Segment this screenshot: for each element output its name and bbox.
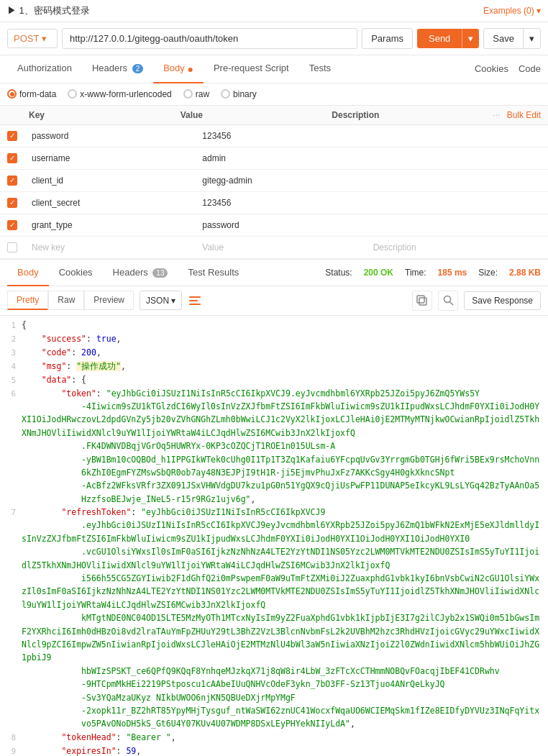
row-desc-2[interactable] bbox=[370, 179, 541, 182]
search-icon[interactable] bbox=[438, 291, 458, 311]
table-row-new: New key Value Description bbox=[0, 237, 548, 259]
table-row: client_id gitegg-admin bbox=[0, 170, 548, 192]
breadcrumb-bar: ▶ 1、密码模式登录 Examples (0) ▾ bbox=[0, 0, 548, 22]
urlencoded-option[interactable]: x-www-form-urlencoded bbox=[68, 89, 171, 99]
form-data-radio[interactable] bbox=[7, 89, 17, 99]
svg-rect-1 bbox=[189, 300, 198, 301]
size-value: 2.88 KB bbox=[509, 268, 541, 278]
code-line-5: 5 "data": { bbox=[0, 373, 548, 387]
format-bar: Pretty Raw Preview JSON ▾ Save Response bbox=[0, 286, 548, 316]
examples-link[interactable]: Examples (0) ▾ bbox=[483, 6, 541, 16]
save-label: Save bbox=[484, 29, 523, 48]
save-button[interactable]: Save ▾ bbox=[483, 28, 541, 49]
time-label: Time: bbox=[405, 268, 426, 278]
row-key-3[interactable]: client_secret bbox=[29, 196, 199, 209]
row-checkbox-new[interactable] bbox=[7, 242, 17, 252]
code-line-1: 1 { bbox=[0, 319, 548, 332]
save-response-button[interactable]: Save Response bbox=[464, 291, 541, 310]
row-checkbox-2[interactable] bbox=[7, 176, 17, 186]
row-value-1[interactable]: admin bbox=[199, 152, 370, 165]
format-actions: Save Response bbox=[412, 291, 541, 311]
format-icon bbox=[188, 293, 202, 308]
binary-label: binary bbox=[233, 89, 257, 99]
json-response-area[interactable]: 1 { 2 "success": true, 3 "code": 200, 4 … bbox=[0, 316, 548, 756]
svg-rect-2 bbox=[189, 304, 201, 305]
bulk-edit-btn[interactable]: Bulk Edit bbox=[507, 110, 541, 120]
breadcrumb: ▶ 1、密码模式登录 bbox=[7, 4, 90, 17]
code-link[interactable]: Code bbox=[519, 63, 541, 74]
raw-option[interactable]: raw bbox=[183, 89, 209, 99]
tab-tests[interactable]: Tests bbox=[299, 55, 341, 83]
row-key-0[interactable]: password bbox=[29, 129, 199, 142]
row-key-4[interactable]: grant_type bbox=[29, 219, 199, 232]
row-checkbox-1[interactable] bbox=[7, 153, 17, 163]
resp-tab-cookies[interactable]: Cookies bbox=[49, 260, 103, 286]
row-key-1[interactable]: username bbox=[29, 152, 199, 165]
row-desc-1[interactable] bbox=[370, 157, 541, 160]
copy-icon[interactable] bbox=[412, 291, 432, 311]
row-desc-new[interactable]: Description bbox=[370, 241, 541, 254]
form-data-option[interactable]: form-data bbox=[7, 89, 56, 99]
urlencoded-radio[interactable] bbox=[68, 89, 77, 99]
code-line-6: 6 "token": "eyJhbGci0iJSUzI1NiIsInR5cCI6… bbox=[0, 387, 548, 506]
url-bar: POST ▾ Params Send ▾ Save ▾ bbox=[0, 22, 548, 55]
row-desc-3[interactable] bbox=[370, 201, 541, 204]
fmt-tab-pretty[interactable]: Pretty bbox=[7, 291, 48, 310]
svg-rect-0 bbox=[189, 296, 201, 298]
resp-tab-headers[interactable]: Headers 13 bbox=[103, 260, 178, 286]
row-value-3[interactable]: 123456 bbox=[199, 196, 370, 209]
raw-radio[interactable] bbox=[183, 89, 193, 99]
svg-line-6 bbox=[449, 302, 453, 306]
col-value-header: Value bbox=[181, 110, 332, 120]
row-checkbox-0[interactable] bbox=[7, 131, 17, 141]
row-value-0[interactable]: 123456 bbox=[199, 129, 370, 142]
binary-option[interactable]: binary bbox=[221, 89, 257, 99]
form-table: Key Value Description ··· Bulk Edit pass… bbox=[0, 106, 548, 259]
send-chevron-icon[interactable]: ▾ bbox=[462, 29, 479, 48]
row-key-new[interactable]: New key bbox=[29, 241, 199, 254]
row-checkbox-3[interactable] bbox=[7, 198, 17, 208]
row-desc-0[interactable] bbox=[370, 135, 541, 137]
form-data-label: form-data bbox=[19, 89, 56, 99]
table-row: client_secret 123456 bbox=[0, 192, 548, 214]
response-tabs-bar: Body Cookies Headers 13 Test Results Sta… bbox=[0, 259, 548, 286]
fmt-tab-raw[interactable]: Raw bbox=[48, 291, 84, 310]
tab-body[interactable]: Body ● bbox=[153, 55, 204, 83]
code-line-8: 8 "tokenHead": "Bearer ", bbox=[0, 731, 548, 744]
row-value-new[interactable]: Value bbox=[199, 241, 370, 254]
code-line-4: 4 "msg": "操作成功", bbox=[0, 360, 548, 373]
url-input[interactable] bbox=[62, 28, 357, 49]
tab-pre-request[interactable]: Pre-request Script bbox=[204, 55, 299, 83]
row-key-2[interactable]: client_id bbox=[29, 174, 199, 187]
save-chevron-icon[interactable]: ▾ bbox=[523, 29, 540, 48]
params-button[interactable]: Params bbox=[362, 28, 413, 49]
send-button[interactable]: Send ▾ bbox=[417, 29, 479, 48]
send-label: Send bbox=[417, 29, 462, 48]
method-label: POST bbox=[14, 33, 39, 44]
row-value-4[interactable]: password bbox=[199, 219, 370, 232]
row-checkbox-4[interactable] bbox=[7, 220, 17, 230]
row-desc-4[interactable] bbox=[370, 224, 541, 227]
col-key-header: Key bbox=[29, 110, 181, 120]
cookies-link[interactable]: Cookies bbox=[475, 63, 508, 74]
format-tabs: Pretty Raw Preview JSON ▾ bbox=[7, 291, 202, 310]
tab-headers[interactable]: Headers 2 bbox=[82, 55, 153, 83]
format-select[interactable]: JSON ▾ bbox=[140, 291, 182, 310]
svg-point-5 bbox=[444, 296, 450, 303]
code-line-3: 3 "code": 200, bbox=[0, 346, 548, 360]
binary-radio[interactable] bbox=[221, 89, 230, 99]
resp-tab-body[interactable]: Body bbox=[7, 260, 49, 286]
fmt-tab-preview[interactable]: Preview bbox=[84, 291, 134, 310]
method-select[interactable]: POST ▾ bbox=[7, 29, 58, 48]
urlencoded-label: x-www-form-urlencoded bbox=[80, 89, 171, 99]
table-row: grant_type password bbox=[0, 214, 548, 237]
resp-tab-test-results[interactable]: Test Results bbox=[178, 260, 249, 286]
tab-authorization[interactable]: Authorization bbox=[7, 55, 82, 83]
svg-rect-3 bbox=[419, 298, 426, 305]
format-select-label: JSON ▾ bbox=[146, 296, 175, 306]
request-tabs-left: Authorization Headers 2 Body ● Pre-reque… bbox=[7, 55, 341, 83]
request-tabs-right: Cookies Code bbox=[475, 63, 541, 74]
code-line-2: 2 "success": true, bbox=[0, 332, 548, 346]
row-value-2[interactable]: gitegg-admin bbox=[199, 174, 370, 187]
method-chevron-icon: ▾ bbox=[42, 33, 47, 44]
